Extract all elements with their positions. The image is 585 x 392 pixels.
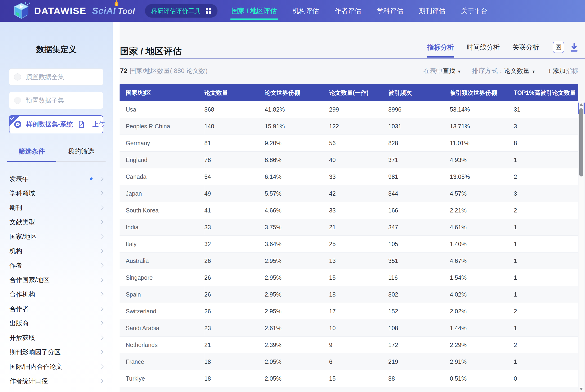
cell-citation-world-share: 4.02% bbox=[450, 291, 514, 298]
nav-item[interactable]: 作者评估 bbox=[335, 0, 361, 22]
sidebar-filter-item[interactable]: 期刊影响因子分区 bbox=[0, 345, 113, 359]
sidebar-filter-item[interactable]: 合作机构 bbox=[0, 287, 113, 302]
sidebar-filter-item[interactable]: 机构 bbox=[0, 244, 113, 258]
cell-paper-world-share: 3.75% bbox=[265, 224, 329, 231]
cell-papers: 368 bbox=[204, 106, 265, 113]
sort-dropdown[interactable]: 排序方式：论文数量▼ bbox=[472, 66, 536, 75]
table-header-cell[interactable]: 论文世界份额 bbox=[265, 89, 329, 97]
table-header-cell[interactable]: TOP1%高被引论文数量 bbox=[514, 89, 578, 97]
sidebar-filter-item[interactable]: 国家/地区 bbox=[0, 229, 113, 244]
chevron-right-icon bbox=[98, 306, 103, 311]
scrollbar-thumb[interactable] bbox=[579, 108, 583, 176]
filter-tab[interactable]: 我的筛选 bbox=[56, 147, 106, 161]
sidebar-filter-item[interactable]: 学科领域 bbox=[0, 186, 113, 200]
analysis-tab[interactable]: 时间线分析 bbox=[467, 43, 500, 52]
tool-badge-button[interactable]: 科研评估评价工具 bbox=[145, 4, 218, 18]
table-row[interactable]: Spain 26 2.95% 18 302 4.02% 1 bbox=[119, 286, 578, 303]
table-header-cell[interactable]: 国家/地区 bbox=[119, 89, 204, 97]
table-row[interactable]: France 18 2.05% 6 219 2.91% 1 bbox=[119, 354, 578, 370]
sidebar-filter-item[interactable]: 作者 bbox=[0, 258, 113, 272]
table-row[interactable]: India 33 3.75% 21 347 4.61% 1 bbox=[119, 219, 578, 236]
cell-citation-world-share: 53.14% bbox=[450, 106, 514, 113]
table-row[interactable]: Italy 32 3.64% 25 105 1.40% 1 bbox=[119, 236, 578, 252]
brand[interactable]: DATAWISE SciAI Tool bbox=[12, 2, 135, 20]
sidebar-filter-item[interactable]: 作者统计口径 bbox=[0, 374, 113, 388]
cell-citation-world-share: 4.67% bbox=[450, 258, 514, 264]
cell-citations: 219 bbox=[388, 358, 450, 365]
sidebar-filter-item[interactable]: 文献类型 bbox=[0, 215, 113, 229]
table-header-cell[interactable]: 论文数量(一作) bbox=[329, 89, 388, 97]
radio-icon[interactable] bbox=[14, 74, 21, 80]
dataset-option[interactable]: 预置数据全集 bbox=[9, 68, 103, 86]
table-row[interactable]: Germany 81 9.20% 56 828 11.01% 8 bbox=[119, 135, 578, 152]
nav-item[interactable]: 国家 / 地区评估 bbox=[232, 0, 277, 22]
download-button[interactable] bbox=[570, 43, 578, 52]
sidebar-filter-item[interactable]: 合作国家/地区 bbox=[0, 272, 113, 287]
country-count: 72 bbox=[120, 67, 127, 74]
add-indicator-button[interactable]: ＋添加指标 bbox=[547, 66, 578, 75]
filter-tabs-active-underline bbox=[7, 161, 56, 162]
cell-paper-world-share: 9.20% bbox=[265, 140, 329, 146]
cell-first-author-papers: 299 bbox=[329, 106, 388, 113]
cell-citation-world-share: 2.21% bbox=[450, 207, 514, 214]
table-body: Usa 368 41.82% 299 3996 53.14% 31 People… bbox=[119, 101, 578, 392]
find-in-table-dropdown[interactable]: 在表中查找▼ bbox=[423, 66, 461, 75]
nav-item[interactable]: 关于平台 bbox=[461, 0, 488, 22]
table-row[interactable]: Australia 26 2.95% 13 351 4.67% 1 bbox=[119, 252, 578, 269]
table-row[interactable]: Peoples R China 140 15.91% 122 1031 13.7… bbox=[119, 118, 578, 135]
cell-citation-world-share: 13.71% bbox=[450, 123, 514, 130]
filter-tab[interactable]: 筛选条件 bbox=[7, 147, 56, 161]
table-header-cell[interactable]: 论文数量 bbox=[204, 89, 265, 97]
chevron-right-icon bbox=[98, 205, 103, 210]
analysis-view-tabs: 指标分析 时间线分析 关联分析 图 表 bbox=[427, 40, 578, 54]
cell-paper-world-share: 15.91% bbox=[265, 123, 329, 130]
cell-first-author-papers: 42 bbox=[329, 190, 388, 197]
cell-country: Australia bbox=[119, 252, 204, 269]
cell-country: France bbox=[119, 354, 204, 370]
cell-citation-world-share: 11.01% bbox=[450, 140, 514, 146]
table-row[interactable]: England 78 8.86% 40 371 4.93% 1 bbox=[119, 152, 578, 168]
nav-item[interactable]: 机构评估 bbox=[292, 0, 319, 22]
scroll-down-arrow-icon[interactable] bbox=[580, 388, 583, 390]
upload-button[interactable]: 上传 bbox=[92, 120, 105, 128]
dataset-option[interactable]: 预置数据子集 bbox=[9, 92, 103, 109]
dataset-option[interactable]: 样例数据集-系统 上传 bbox=[9, 115, 103, 133]
caret-down-icon: ▼ bbox=[457, 70, 461, 74]
sciai-text: SciAI bbox=[92, 6, 116, 16]
table-row[interactable]: South Korea 41 4.66% 33 166 2.21% 2 bbox=[119, 202, 578, 219]
radio-icon[interactable] bbox=[14, 97, 21, 104]
table-header-row: 国家/地区论文数量论文世界份额论文数量(一作)被引频次被引频次世界份额TOP1%… bbox=[119, 84, 578, 101]
cell-paper-world-share: 2.39% bbox=[265, 342, 329, 348]
table-row[interactable]: Netherlands 21 2.39% 9 172 2.29% 2 bbox=[119, 336, 578, 354]
sidebar-filter-item[interactable]: 发表年 bbox=[0, 172, 113, 186]
table-row[interactable]: Japan 49 5.57% 42 344 4.57% 3 bbox=[119, 185, 578, 202]
radio-icon[interactable] bbox=[14, 121, 21, 128]
cell-citations: 152 bbox=[388, 308, 450, 315]
nav-item[interactable]: 期刊评估 bbox=[419, 0, 445, 22]
chart-view-button[interactable]: 图 bbox=[553, 42, 564, 53]
sidebar-filter-item[interactable]: 国际/国内合作论文 bbox=[0, 359, 113, 374]
dataset-sidebar: 数据集定义 预置数据全集 预置数据子集 样例数据集-系统 bbox=[0, 22, 113, 392]
cell-top1-percent-papers: 1 bbox=[514, 241, 578, 248]
sidebar-filter-item[interactable]: 合作者 bbox=[0, 302, 113, 316]
table-row[interactable]: Usa 368 41.82% 299 3996 53.14% 31 bbox=[119, 101, 578, 118]
table-header-cell[interactable]: 被引频次 bbox=[388, 89, 450, 97]
analysis-tab[interactable]: 指标分析 bbox=[427, 43, 454, 52]
cell-citation-world-share: 1.44% bbox=[450, 325, 514, 332]
cell-citations: 371 bbox=[388, 156, 450, 164]
cell-first-author-papers: 40 bbox=[329, 156, 388, 164]
table-row[interactable]: Turkiye 18 2.05% 15 38 0.51% 0 bbox=[119, 370, 578, 387]
table-row[interactable]: Switzerland 26 2.95% 17 152 2.02% 2 bbox=[119, 303, 578, 320]
table-row[interactable]: Saudi Arabia 23 2.61% 10 108 1.44% 1 bbox=[119, 320, 578, 336]
analysis-tab[interactable]: 关联分析 bbox=[513, 43, 539, 52]
sidebar-filter-item[interactable]: 期刊 bbox=[0, 200, 113, 215]
table-row[interactable]: Canada 54 6.14% 33 981 13.05% 2 bbox=[119, 168, 578, 185]
cell-papers: 18 bbox=[204, 358, 265, 365]
sidebar-filter-item[interactable]: 开放获取 bbox=[0, 330, 113, 345]
table-scrollbar[interactable] bbox=[579, 101, 584, 392]
table-header-cell[interactable]: 被引频次世界份额 bbox=[450, 89, 514, 97]
table-row[interactable]: Singapore 26 2.95% 15 116 1.54% 1 bbox=[119, 269, 578, 286]
nav-item[interactable]: 学科评估 bbox=[377, 0, 403, 22]
scroll-up-arrow-icon[interactable] bbox=[580, 103, 583, 106]
sidebar-filter-item[interactable]: 出版商 bbox=[0, 316, 113, 330]
